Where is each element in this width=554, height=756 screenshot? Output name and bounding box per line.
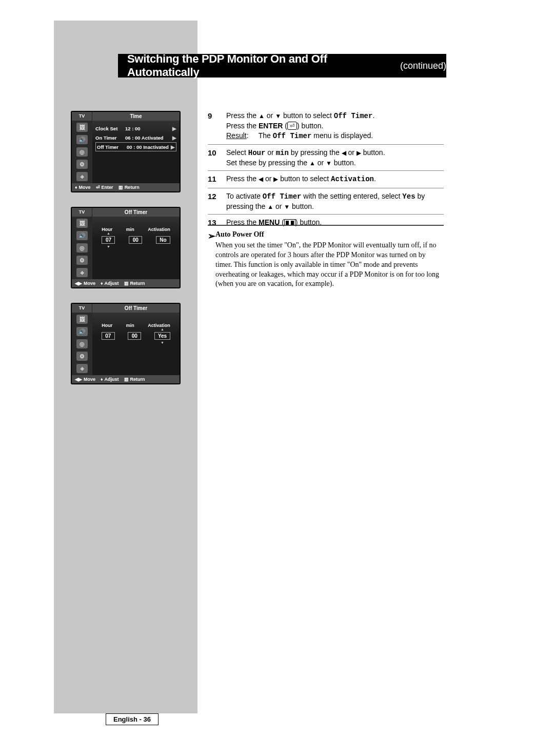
leftright-icon: ◀▶ (75, 377, 82, 382)
left-arrow-icon: ◀ (342, 149, 346, 157)
osd-off-timer-no: TV Off Timer 🖼 🔊 ◎ ⚙ ⎆ Hour min Activati… (71, 207, 181, 288)
enter-icon: ⏎ (96, 185, 100, 190)
picture-icon: 🖼 (76, 315, 88, 324)
osd-row-on-timer: On Timer 06 : 00 Activated ▶ (95, 133, 176, 142)
menu-icon: ▥ (124, 377, 129, 382)
step-number: 10 (208, 148, 226, 168)
right-arrow-icon: ▶ (357, 149, 361, 157)
osd-content: Hour min Activation 07 00 No (92, 217, 180, 279)
step-number: 12 (208, 191, 226, 211)
picture-icon: 🖼 (76, 123, 88, 132)
note-arrow-icon: ➢ (208, 230, 215, 289)
page-title-bar: Switching the PDP Monitor On and Off Aut… (118, 54, 446, 77)
menu-icon: ▥ (124, 281, 129, 286)
step-number: 11 (208, 174, 226, 184)
osd-footer: ◀▶Move ♦Adjust ▥Return (72, 279, 180, 287)
col-activation: Activation (148, 323, 170, 328)
enter-button-icon: ⏎ (287, 122, 297, 130)
step-11: 11 Press the ◀ or ▶ button to select Act… (208, 170, 444, 187)
osd-row-off-timer-selected: Off Timer 00 : 00 Inactivated ▶ (95, 142, 176, 151)
footer-adjust: ♦Adjust (101, 377, 119, 382)
up-arrow-icon: ▲ (259, 112, 265, 120)
step-text: To activate Off Timer with the setting e… (226, 191, 444, 211)
chevron-right-icon: ▶ (170, 126, 176, 131)
page-title-continued: (continued) (400, 61, 446, 71)
osd-off-timer-yes: TV Off Timer 🖼 🔊 ◎ ⚙ ⎆ Hour min Activati… (71, 303, 181, 384)
updown-icon: ♦ (101, 281, 103, 286)
val-hour: 07 (102, 332, 115, 340)
step-9: 9 Press the ▲ or ▼ button to select Off … (208, 108, 444, 144)
osd-title: Time (92, 112, 180, 121)
osd-tv-label: TV (72, 304, 92, 313)
input-icon: ⎆ (76, 172, 88, 181)
left-arrow-icon: ◀ (259, 176, 263, 183)
osd-footer: ♦Move ⏎Enter ▥Return (72, 183, 180, 191)
leftright-icon: ◀▶ (75, 281, 82, 286)
footer-adjust: ♦Adjust (101, 281, 119, 286)
osd-title: Off Timer (92, 208, 180, 217)
picture-icon: 🖼 (76, 219, 88, 228)
updown-icon: ♦ (101, 377, 103, 382)
down-arrow-icon: ▼ (275, 112, 281, 120)
sound-icon: 🔊 (76, 327, 88, 336)
page-number: English - 36 (106, 713, 159, 725)
chevron-right-icon: ▶ (170, 135, 176, 141)
right-arrow-icon: ▶ (273, 176, 278, 183)
col-hour: Hour (102, 323, 112, 328)
val-min: 00 (128, 332, 141, 340)
footer-return: ▥Return (124, 281, 145, 286)
footer-enter: ⏎Enter (96, 185, 113, 190)
osd-tv-label: TV (72, 208, 92, 217)
osd-title: Off Timer (92, 304, 180, 313)
step-text: Press the ▲ or ▼ button to select Off Ti… (226, 111, 444, 141)
note-title: Auto Power Off (215, 230, 444, 240)
footer-move: ◀▶Move (75, 281, 95, 286)
up-arrow-icon: ▲ (309, 160, 315, 167)
val-min: 00 (129, 236, 142, 244)
footer-move: ◀▶Move (75, 377, 95, 382)
footer-return: ▥Return (124, 377, 145, 382)
channel-icon: ◎ (76, 339, 88, 348)
input-icon: ⎆ (76, 268, 88, 277)
step-10: 10 Select Hour or min by pressing the ◀ … (208, 144, 444, 171)
footer-move: ♦Move (75, 185, 91, 190)
setup-icon: ⚙ (76, 256, 88, 265)
osd-row-clock-set: Clock Set 12 : 00 ▶ (95, 124, 176, 133)
val-activation: No (156, 236, 170, 244)
step-12: 12 To activate Off Timer with the settin… (208, 188, 444, 215)
menu-icon: ▥ (118, 185, 123, 190)
val-activation: Yes (154, 332, 170, 340)
note-body: When you set the timer "On", the PDP Mon… (215, 241, 444, 289)
osd-tv-label: TV (72, 112, 92, 121)
val-hour: 07 (102, 236, 115, 244)
footer-return: ▥Return (118, 185, 140, 190)
auto-power-off-note: ➢ Auto Power Off When you set the timer … (208, 225, 444, 289)
setup-icon: ⚙ (76, 352, 88, 361)
note-content: Auto Power Off When you set the timer "O… (215, 230, 444, 289)
channel-icon: ◎ (76, 243, 88, 253)
down-arrow-icon: ▼ (284, 203, 290, 210)
col-activation: Activation (148, 227, 170, 232)
setup-icon: ⚙ (76, 160, 88, 169)
sound-icon: 🔊 (76, 231, 88, 240)
osd-icon-column: 🖼 🔊 ◎ ⚙ ⎆ (72, 313, 92, 375)
up-arrow-icon: ▲ (267, 203, 273, 210)
page-title: Switching the PDP Monitor On and Off Aut… (127, 52, 397, 79)
input-icon: ⎆ (76, 364, 88, 373)
osd-time-menu: TV Time 🖼 🔊 ◎ ⚙ ⎆ Clock Set 12 : 00 ▶ On… (71, 111, 181, 192)
step-text: Press the ◀ or ▶ button to select Activa… (226, 174, 444, 184)
chevron-right-icon: ▶ (169, 144, 175, 150)
instruction-steps: 9 Press the ▲ or ▼ button to select Off … (208, 108, 444, 231)
step-number: 9 (208, 111, 226, 141)
sound-icon: 🔊 (76, 135, 88, 144)
osd-content: Clock Set 12 : 00 ▶ On Timer 06 : 00 Act… (92, 121, 180, 183)
updown-icon: ♦ (75, 185, 77, 190)
manual-page: Switching the PDP Monitor On and Off Aut… (0, 0, 554, 756)
step-text: Select Hour or min by pressing the ◀ or … (226, 148, 444, 168)
osd-content: Hour min Activation 07 00 Yes (92, 313, 180, 375)
channel-icon: ◎ (76, 147, 88, 157)
col-min: min (126, 323, 134, 328)
osd-footer: ◀▶Move ♦Adjust ▥Return (72, 375, 180, 383)
osd-icon-column: 🖼 🔊 ◎ ⚙ ⎆ (72, 217, 92, 279)
osd-icon-column: 🖼 🔊 ◎ ⚙ ⎆ (72, 121, 92, 183)
